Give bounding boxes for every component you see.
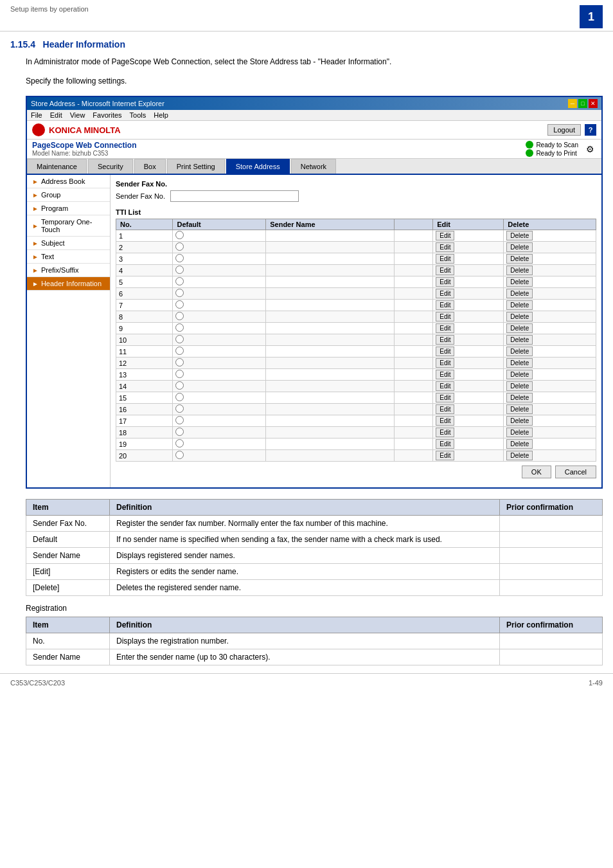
sidebar-item-subject[interactable]: ► Subject: [27, 237, 110, 250]
default-radio[interactable]: [175, 323, 184, 332]
help-button[interactable]: ?: [585, 124, 596, 136]
table-row: 2 Edit Delete: [116, 242, 596, 253]
default-radio[interactable]: [175, 451, 184, 459]
tab-store-address[interactable]: Store Address: [226, 159, 290, 174]
delete-button[interactable]: Delete: [506, 393, 533, 402]
item-cell: Sender Fax No.: [26, 516, 110, 532]
tab-print-setting[interactable]: Print Setting: [167, 159, 225, 174]
default-radio[interactable]: [175, 428, 184, 436]
edit-button[interactable]: Edit: [436, 451, 454, 460]
settings-icon-button[interactable]: ⚙: [583, 143, 596, 156]
edit-button[interactable]: Edit: [436, 381, 454, 391]
delete-button[interactable]: Delete: [506, 254, 533, 264]
delete-button[interactable]: Delete: [506, 347, 533, 356]
delete-button[interactable]: Delete: [506, 231, 533, 240]
edit-button[interactable]: Edit: [436, 277, 454, 287]
row-sender-name: [266, 381, 395, 392]
edit-button[interactable]: Edit: [436, 404, 454, 414]
sender-fax-input[interactable]: [170, 190, 299, 202]
default-radio[interactable]: [175, 381, 184, 390]
edit-button[interactable]: Edit: [436, 393, 454, 402]
default-radio[interactable]: [175, 254, 184, 262]
delete-button[interactable]: Delete: [506, 404, 533, 414]
sidebar-item-label: Header Information: [41, 280, 102, 287]
ok-button[interactable]: OK: [522, 466, 551, 478]
tab-network[interactable]: Network: [291, 159, 336, 174]
menu-tools[interactable]: Tools: [130, 111, 147, 119]
edit-button[interactable]: Edit: [436, 323, 454, 333]
sidebar-item-program[interactable]: ► Program: [27, 202, 110, 215]
close-button[interactable]: ✕: [589, 99, 598, 108]
sidebar-item-prefix-suffix[interactable]: ► Prefix/Suffix: [27, 264, 110, 277]
sidebar-item-text[interactable]: ► Text: [27, 250, 110, 264]
tab-maintenance[interactable]: Maintenance: [27, 159, 87, 174]
default-radio[interactable]: [175, 289, 184, 297]
table-row: 13 Edit Delete: [116, 369, 596, 381]
delete-button[interactable]: Delete: [506, 312, 533, 321]
default-radio[interactable]: [175, 231, 184, 239]
minimize-button[interactable]: ─: [568, 99, 577, 108]
default-radio[interactable]: [175, 370, 184, 378]
default-radio[interactable]: [175, 266, 184, 274]
delete-button[interactable]: Delete: [506, 300, 533, 310]
row-delete: Delete: [504, 253, 596, 265]
default-radio[interactable]: [175, 312, 184, 320]
menu-favorites[interactable]: Favorites: [93, 111, 121, 119]
delete-button[interactable]: Delete: [506, 416, 533, 426]
maximize-button[interactable]: □: [578, 99, 587, 108]
tab-box[interactable]: Box: [134, 159, 166, 174]
default-radio[interactable]: [175, 242, 184, 251]
default-radio[interactable]: [175, 416, 184, 424]
delete-button[interactable]: Delete: [506, 428, 533, 437]
menu-edit[interactable]: Edit: [50, 111, 62, 119]
delete-button[interactable]: Delete: [506, 335, 533, 345]
edit-button[interactable]: Edit: [436, 358, 454, 368]
edit-button[interactable]: Edit: [436, 439, 454, 449]
row-delete: Delete: [504, 311, 596, 323]
delete-button[interactable]: Delete: [506, 370, 533, 379]
delete-button[interactable]: Delete: [506, 439, 533, 449]
menu-help[interactable]: Help: [154, 111, 168, 119]
edit-button[interactable]: Edit: [436, 335, 454, 345]
delete-button[interactable]: Delete: [506, 242, 533, 252]
default-radio[interactable]: [175, 277, 184, 285]
delete-button[interactable]: Delete: [506, 266, 533, 275]
default-radio[interactable]: [175, 335, 184, 343]
logout-button[interactable]: Logout: [547, 124, 581, 136]
item-cell: Default: [26, 532, 110, 548]
default-radio[interactable]: [175, 393, 184, 401]
default-radio[interactable]: [175, 439, 184, 448]
edit-button[interactable]: Edit: [436, 242, 454, 252]
default-radio[interactable]: [175, 358, 184, 366]
row-spacer: [395, 311, 433, 323]
sidebar-item-temporary-one-touch[interactable]: ► Temporary One-Touch: [27, 215, 110, 237]
edit-button[interactable]: Edit: [436, 254, 454, 264]
delete-button[interactable]: Delete: [506, 323, 533, 333]
tab-security[interactable]: Security: [88, 159, 133, 174]
delete-button[interactable]: Delete: [506, 381, 533, 391]
sidebar-item-header-information[interactable]: ► Header Information: [27, 277, 110, 291]
edit-button[interactable]: Edit: [436, 231, 454, 240]
sidebar-item-address-book[interactable]: ► Address Book: [27, 175, 110, 188]
delete-button[interactable]: Delete: [506, 358, 533, 368]
default-radio[interactable]: [175, 347, 184, 355]
edit-button[interactable]: Edit: [436, 428, 454, 437]
edit-button[interactable]: Edit: [436, 370, 454, 379]
edit-button[interactable]: Edit: [436, 289, 454, 298]
delete-button[interactable]: Delete: [506, 451, 533, 460]
edit-button[interactable]: Edit: [436, 347, 454, 356]
sidebar-item-group[interactable]: ► Group: [27, 188, 110, 202]
row-delete: Delete: [504, 288, 596, 300]
delete-button[interactable]: Delete: [506, 289, 533, 298]
edit-button[interactable]: Edit: [436, 300, 454, 310]
menu-file[interactable]: File: [31, 111, 42, 119]
edit-button[interactable]: Edit: [436, 416, 454, 426]
logo-area: KONICA MINOLTA: [32, 123, 121, 136]
edit-button[interactable]: Edit: [436, 266, 454, 275]
edit-button[interactable]: Edit: [436, 312, 454, 321]
cancel-button[interactable]: Cancel: [555, 466, 596, 478]
menu-view[interactable]: View: [70, 111, 85, 119]
default-radio[interactable]: [175, 404, 184, 413]
delete-button[interactable]: Delete: [506, 277, 533, 287]
default-radio[interactable]: [175, 300, 184, 309]
